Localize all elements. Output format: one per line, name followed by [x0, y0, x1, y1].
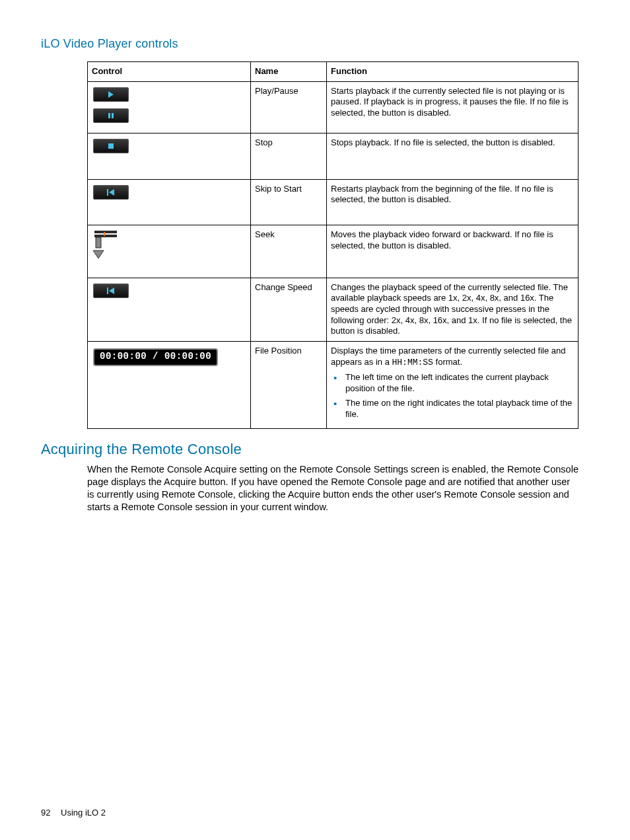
svg-rect-6 — [94, 231, 117, 233]
svg-rect-7 — [94, 235, 117, 237]
seek-slider[interactable] — [93, 231, 122, 262]
svg-marker-10 — [93, 250, 104, 258]
control-name: Seek — [251, 225, 327, 278]
table-row: 00:00:00 / 00:00:00 File Position Displa… — [88, 341, 578, 428]
page-number: 92 — [41, 808, 50, 818]
table-row: Play/Pause Starts playback if the curren… — [88, 81, 578, 133]
footer-section: Using iLO 2 — [61, 808, 106, 818]
control-name: Stop — [251, 133, 327, 179]
table-row: Skip to Start Restarts playback from the… — [88, 179, 578, 225]
pause-button[interactable] — [93, 108, 129, 123]
change-speed-icon — [107, 287, 115, 294]
body-paragraph: When the Remote Console Acquire setting … — [87, 463, 589, 514]
svg-rect-1 — [108, 113, 110, 118]
control-function: Stops playback. If no file is selected, … — [327, 133, 578, 179]
seek-slider-icon — [93, 231, 122, 258]
stop-button[interactable] — [93, 139, 129, 153]
pause-icon — [108, 112, 114, 119]
change-speed-button[interactable] — [93, 284, 129, 298]
function-bullets: The left time on the left indicates the … — [331, 372, 574, 420]
play-button[interactable] — [93, 87, 129, 102]
control-name: File Position — [251, 341, 327, 428]
svg-marker-5 — [109, 189, 114, 196]
play-icon — [108, 91, 114, 98]
table-row: Stop Stops playback. If no file is selec… — [88, 133, 578, 179]
col-header-function: Function — [327, 62, 578, 82]
function-text-b: format. — [433, 357, 462, 367]
control-function: Restarts playback from the beginning of … — [327, 179, 578, 225]
time-format-code: HH:MM:SS — [392, 358, 433, 367]
stop-icon — [108, 143, 114, 149]
svg-marker-0 — [108, 91, 114, 98]
svg-rect-12 — [107, 287, 108, 294]
svg-rect-3 — [108, 143, 114, 149]
skip-to-start-icon — [107, 189, 115, 196]
control-name: Play/Pause — [251, 81, 327, 133]
control-function: Starts playback if the currently selecte… — [327, 81, 578, 133]
control-name: Change Speed — [251, 278, 327, 341]
svg-rect-11 — [104, 232, 105, 236]
svg-rect-2 — [112, 113, 114, 118]
page-footer: 92 Using iLO 2 — [41, 808, 106, 818]
control-function: Displays the time parameters of the curr… — [327, 341, 578, 428]
controls-table: Control Name Function — [87, 61, 578, 429]
svg-rect-9 — [96, 238, 100, 247]
list-item: The time on the right indicates the tota… — [343, 398, 574, 420]
section-heading-2: Acquiring the Remote Console — [41, 441, 589, 458]
control-name: Skip to Start — [251, 179, 327, 225]
svg-rect-4 — [107, 189, 108, 196]
svg-marker-13 — [109, 287, 114, 294]
control-function: Moves the playback video forward or back… — [327, 225, 578, 278]
col-header-name: Name — [251, 62, 327, 82]
section-heading: iLO Video Player controls — [41, 37, 589, 51]
table-row: Seek Moves the playback video forward or… — [88, 225, 578, 278]
file-position-display: 00:00:00 / 00:00:00 — [93, 348, 218, 366]
control-function: Changes the playback speed of the curren… — [327, 278, 578, 341]
skip-to-start-button[interactable] — [93, 185, 129, 200]
list-item: The left time on the left indicates the … — [343, 372, 574, 394]
table-row: Change Speed Changes the playback speed … — [88, 278, 578, 341]
col-header-control: Control — [88, 62, 251, 82]
